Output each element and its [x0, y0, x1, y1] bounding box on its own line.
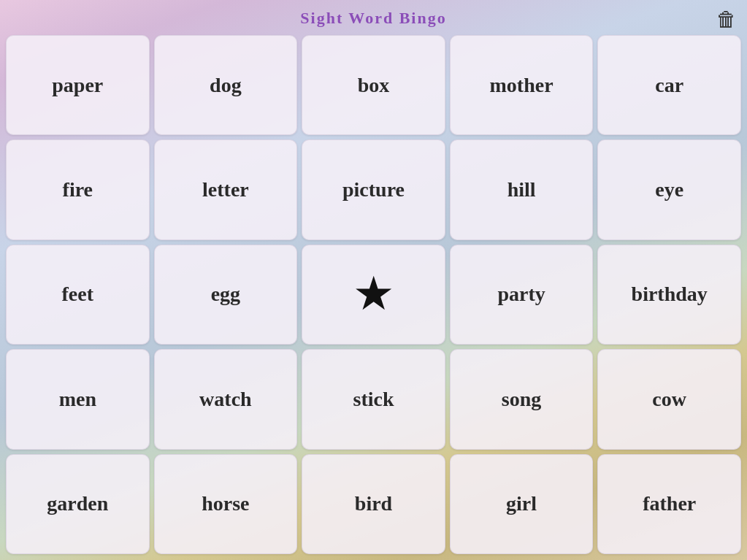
- cell-label-birthday: birthday: [632, 283, 708, 306]
- cell-label-car: car: [655, 74, 683, 97]
- cell-label-eye: eye: [655, 178, 683, 202]
- cell-label-paper: paper: [52, 74, 103, 97]
- cell-label-picture: picture: [342, 178, 405, 202]
- bingo-cell-watch[interactable]: watch: [154, 349, 298, 449]
- cell-label-watch: watch: [199, 388, 252, 411]
- trash-icon[interactable]: 🗑: [716, 7, 737, 31]
- bingo-cell-birthday[interactable]: birthday: [597, 245, 741, 345]
- cell-label-father: father: [643, 492, 696, 515]
- bingo-cell-picture[interactable]: picture: [302, 139, 445, 239]
- cell-label-dog: dog: [210, 74, 242, 97]
- cell-label-egg: egg: [211, 283, 240, 306]
- cell-label-box: box: [358, 74, 390, 97]
- bingo-cell-stick[interactable]: stick: [302, 349, 445, 449]
- cell-label-garden: garden: [47, 492, 108, 515]
- cell-label-hill: hill: [507, 178, 536, 202]
- bingo-cell-eye[interactable]: eye: [597, 139, 741, 239]
- cell-label-feet: feet: [62, 283, 94, 306]
- bingo-cell-car[interactable]: car: [597, 35, 741, 135]
- cell-label-girl: girl: [506, 492, 537, 515]
- bingo-grid: paperdogboxmothercarfireletterpicturehil…: [6, 35, 741, 554]
- bingo-cell-horse[interactable]: horse: [154, 454, 298, 554]
- bingo-cell-garden[interactable]: garden: [6, 454, 150, 554]
- bingo-cell-cow[interactable]: cow: [597, 349, 741, 449]
- bingo-cell-party[interactable]: party: [450, 245, 594, 345]
- cell-label-horse: horse: [202, 492, 249, 515]
- bingo-cell-fire[interactable]: fire: [6, 139, 150, 239]
- cell-label-letter: letter: [202, 178, 249, 202]
- star-icon: ★: [353, 271, 394, 318]
- bingo-cell-egg[interactable]: egg: [154, 245, 298, 345]
- cell-label-song: song: [502, 388, 541, 411]
- bingo-cell-hill[interactable]: hill: [450, 139, 594, 239]
- cell-label-mother: mother: [490, 74, 553, 97]
- bingo-cell-dog[interactable]: dog: [154, 35, 298, 135]
- cell-label-cow: cow: [652, 388, 686, 411]
- bingo-cell-father[interactable]: father: [597, 454, 741, 554]
- bingo-cell-paper[interactable]: paper: [6, 35, 150, 135]
- bingo-cell-letter[interactable]: letter: [154, 139, 298, 239]
- bingo-cell-girl[interactable]: girl: [450, 454, 594, 554]
- cell-label-bird: bird: [355, 492, 392, 515]
- bingo-cell-box[interactable]: box: [302, 35, 445, 135]
- bingo-cell-song[interactable]: song: [450, 349, 594, 449]
- bingo-cell-bird[interactable]: bird: [302, 454, 445, 554]
- bingo-cell-men[interactable]: men: [6, 349, 150, 449]
- bingo-cell-free[interactable]: ★: [302, 245, 445, 345]
- bingo-cell-feet[interactable]: feet: [6, 245, 150, 345]
- cell-label-fire: fire: [63, 178, 93, 202]
- cell-label-stick: stick: [353, 388, 394, 411]
- app-title: Sight Word Bingo: [300, 9, 446, 28]
- cell-label-men: men: [59, 388, 96, 411]
- cell-label-party: party: [497, 283, 545, 306]
- bingo-cell-mother[interactable]: mother: [450, 35, 594, 135]
